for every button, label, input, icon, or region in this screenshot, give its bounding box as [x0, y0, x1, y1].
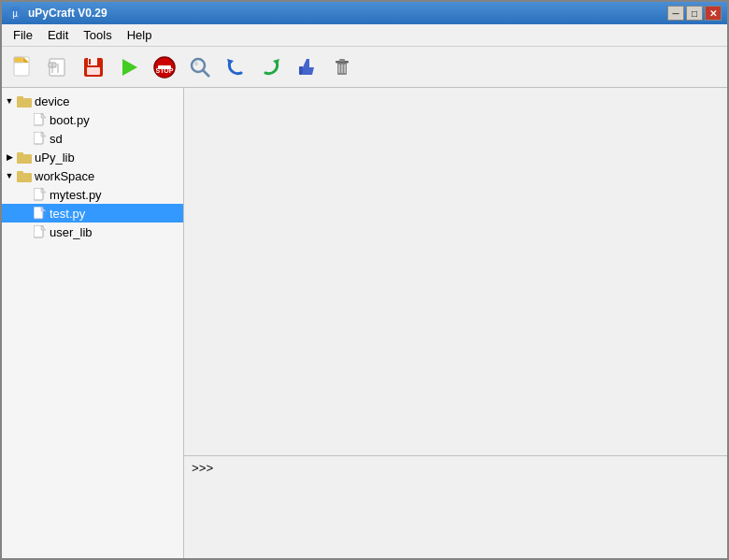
svg-marker-34: [41, 132, 46, 136]
tree-label-workspace: workSpace: [35, 169, 94, 183]
folder-icon-workspace: [17, 168, 32, 183]
svg-rect-11: [89, 59, 91, 65]
like-button[interactable]: [290, 50, 323, 84]
toggle-upy-lib[interactable]: ▶: [2, 150, 17, 165]
save-button[interactable]: [77, 50, 110, 84]
tree-item-boot-py[interactable]: boot.py: [2, 110, 183, 129]
tree-item-sd[interactable]: sd: [2, 129, 183, 148]
svg-marker-32: [41, 113, 46, 118]
tree-label-boot-py: boot.py: [50, 113, 90, 127]
tree-label-upy-lib: uPy_lib: [35, 151, 75, 165]
tree-label-user-lib: user_lib: [50, 225, 93, 239]
redo-button[interactable]: [254, 50, 288, 84]
tree-item-upy-lib[interactable]: ▶ uPy_lib: [2, 148, 183, 166]
minimize-button[interactable]: ─: [667, 6, 684, 21]
title-bar: µ uPyCraft V0.29 ─ □ ✕: [2, 2, 727, 24]
console-prompt: >>>: [192, 462, 213, 476]
folder-icon-device: [17, 93, 32, 108]
tree-label-device: device: [35, 94, 70, 108]
title-bar-buttons: ─ □ ✕: [667, 6, 722, 21]
svg-point-19: [194, 62, 198, 65]
svg-rect-38: [17, 171, 23, 175]
svg-rect-12: [87, 67, 100, 75]
sidebar: ▼ device boot.py: [2, 88, 184, 558]
svg-line-18: [203, 70, 209, 77]
svg-text:STOP: STOP: [156, 67, 174, 74]
file-icon-mytest-py: [32, 187, 47, 202]
tree-item-device[interactable]: ▼ device: [2, 92, 183, 110]
svg-rect-25: [339, 59, 345, 62]
main-window: µ uPyCraft V0.29 ─ □ ✕ File Edit Tools H…: [0, 0, 729, 560]
maximize-button[interactable]: □: [686, 6, 703, 21]
toolbar: STOP: [2, 47, 727, 88]
svg-rect-22: [299, 66, 303, 75]
svg-text:µ: µ: [12, 8, 18, 19]
menu-tools[interactable]: Tools: [76, 26, 119, 44]
file-icon-user-lib: [32, 224, 47, 239]
title-bar-left: µ uPyCraft V0.29: [7, 6, 107, 21]
file-icon-boot-py: [32, 112, 47, 127]
tree-item-mytest-py[interactable]: mytest.py: [2, 185, 183, 204]
stop-button[interactable]: STOP: [148, 50, 181, 84]
file-icon-sd: [32, 131, 47, 146]
tree-item-test-py[interactable]: test.py: [2, 204, 183, 223]
search-button[interactable]: [183, 50, 217, 84]
svg-point-17: [192, 59, 205, 72]
menu-file[interactable]: File: [6, 26, 40, 44]
tree-label-test-py: test.py: [50, 207, 85, 221]
menu-bar: File Edit Tools Help: [2, 24, 727, 47]
toggle-device[interactable]: ▼: [2, 93, 17, 108]
tree-item-workspace[interactable]: ▼ workSpace: [2, 166, 183, 185]
tree-item-user-lib[interactable]: user_lib: [2, 223, 183, 241]
app-icon: µ: [7, 6, 22, 21]
svg-marker-44: [41, 225, 46, 230]
svg-rect-36: [17, 152, 23, 156]
window-title: uPyCraft V0.29: [28, 7, 107, 20]
content-area: >>>: [184, 88, 727, 558]
svg-rect-30: [17, 96, 23, 100]
open-button[interactable]: [41, 50, 75, 84]
svg-marker-42: [41, 207, 46, 211]
svg-marker-40: [41, 188, 46, 193]
folder-icon-upy-lib: [17, 150, 32, 165]
toggle-workspace[interactable]: ▼: [2, 168, 17, 183]
file-icon-test-py: [32, 206, 47, 221]
delete-button[interactable]: [325, 50, 359, 84]
main-area: ▼ device boot.py: [2, 88, 727, 558]
svg-marker-13: [122, 59, 137, 76]
console-area[interactable]: >>>: [184, 455, 727, 558]
undo-button[interactable]: [219, 50, 252, 84]
editor-area[interactable]: [184, 88, 727, 455]
new-file-button[interactable]: [6, 50, 39, 84]
tree-label-mytest-py: mytest.py: [50, 188, 102, 202]
tree-label-sd: sd: [50, 132, 63, 146]
close-button[interactable]: ✕: [705, 6, 722, 21]
run-button[interactable]: [112, 50, 146, 84]
svg-rect-3: [14, 57, 23, 63]
menu-edit[interactable]: Edit: [40, 26, 76, 44]
menu-help[interactable]: Help: [120, 26, 160, 44]
